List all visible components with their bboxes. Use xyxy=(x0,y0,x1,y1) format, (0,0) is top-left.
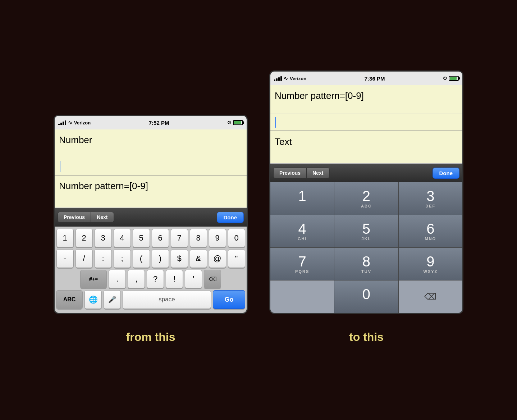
keypad-0-num: 0 xyxy=(362,287,370,301)
left-carrier: Verizon xyxy=(74,120,91,125)
keypad-3[interactable]: 3 DEF xyxy=(399,182,462,215)
key-dollar[interactable]: $ xyxy=(171,249,188,268)
keyboard-row-3: #+= . , ? ! ' ⌫ xyxy=(56,270,245,288)
right-input-bottom[interactable]: Text xyxy=(270,131,462,164)
right-next-button[interactable]: Next xyxy=(307,168,329,178)
caption-row: from this to this xyxy=(0,325,517,350)
key-at[interactable]: @ xyxy=(209,249,226,268)
keypad-delete[interactable]: ⌫ xyxy=(399,280,462,313)
left-status-bar: ∿ Verizon 7:52 PM ⏲ xyxy=(55,116,247,129)
left-phone-container: ∿ Verizon 7:52 PM ⏲ Number xyxy=(54,115,248,314)
left-status-right: ⏲ xyxy=(227,120,243,125)
keypad-7-letters: PQRS xyxy=(295,269,309,274)
key-dash[interactable]: - xyxy=(56,249,74,268)
key-space[interactable]: space xyxy=(123,290,211,309)
right-input-top[interactable]: Number pattern=[0-9] xyxy=(270,85,462,114)
left-toolbar-nav: Previous Next xyxy=(58,212,114,223)
key-7[interactable]: 7 xyxy=(171,229,188,247)
alarm-icon: ⏲ xyxy=(227,120,232,125)
left-done-button[interactable]: Done xyxy=(217,212,244,223)
keypad-grid: 1 2 ABC 3 DEF 4 GHI xyxy=(270,182,462,313)
keypad-6-num: 6 xyxy=(426,222,434,236)
key-5[interactable]: 5 xyxy=(133,229,150,247)
key-colon[interactable]: : xyxy=(95,249,112,268)
key-apostrophe[interactable]: ' xyxy=(185,270,202,288)
keypad-8[interactable]: 8 TUV xyxy=(334,248,398,280)
right-cursor xyxy=(275,117,276,128)
key-exclaim[interactable]: ! xyxy=(166,270,183,288)
left-time: 7:52 PM xyxy=(149,120,169,126)
key-rparen[interactable]: ) xyxy=(152,249,169,268)
key-3[interactable]: 3 xyxy=(95,229,112,247)
keyboard-row-1: 1 2 3 4 5 6 7 8 9 0 xyxy=(56,229,245,247)
keypad-2-num: 2 xyxy=(362,189,370,203)
right-done-button[interactable]: Done xyxy=(433,168,460,179)
right-caption: to this xyxy=(269,325,463,350)
key-mic[interactable]: 🎤 xyxy=(104,290,121,309)
key-slash[interactable]: / xyxy=(76,249,93,268)
keypad-5-num: 5 xyxy=(362,222,370,236)
right-alarm-icon: ⏲ xyxy=(443,76,447,81)
keypad-5-letters: JKL xyxy=(362,237,371,241)
keypad-1-num: 1 xyxy=(298,189,306,203)
key-8[interactable]: 8 xyxy=(190,229,207,247)
keypad-1[interactable]: 1 xyxy=(270,182,334,215)
keypad-5[interactable]: 5 JKL xyxy=(334,215,398,247)
key-0[interactable]: 0 xyxy=(228,229,245,247)
right-keypad: 1 2 ABC 3 DEF 4 GHI xyxy=(270,182,462,313)
keypad-4-letters: GHI xyxy=(298,237,307,241)
keypad-7[interactable]: 7 PQRS xyxy=(270,248,334,280)
key-lparen[interactable]: ( xyxy=(133,249,150,268)
key-period[interactable]: . xyxy=(109,270,126,288)
right-prev-button[interactable]: Previous xyxy=(274,168,307,178)
keypad-empty xyxy=(270,280,334,313)
key-question[interactable]: ? xyxy=(147,270,164,288)
keypad-4[interactable]: 4 GHI xyxy=(270,215,334,247)
key-1[interactable]: 1 xyxy=(56,229,74,247)
left-phone: ∿ Verizon 7:52 PM ⏲ Number xyxy=(54,115,248,314)
left-input-bottom[interactable]: Number pattern=[0-9] xyxy=(55,175,247,208)
key-backspace[interactable]: ⌫ xyxy=(204,270,221,288)
right-signal-bars-icon xyxy=(274,76,282,81)
right-battery-icon xyxy=(449,76,459,81)
right-toolbar-nav: Previous Next xyxy=(273,168,330,178)
key-globe[interactable]: 🌐 xyxy=(84,290,102,309)
key-9[interactable]: 9 xyxy=(209,229,226,247)
key-comma[interactable]: , xyxy=(128,270,145,288)
keypad-0-letters xyxy=(365,302,367,306)
keypad-9[interactable]: 9 WXYZ xyxy=(399,248,462,280)
right-input-bottom-label: Text xyxy=(275,136,292,147)
keypad-6[interactable]: 6 MNO xyxy=(399,215,462,247)
key-amp[interactable]: & xyxy=(190,249,207,268)
right-input-top-label: Number pattern=[0-9] xyxy=(275,90,364,101)
right-cursor-row xyxy=(270,114,462,131)
key-abc[interactable]: ABC xyxy=(56,290,83,309)
key-semicolon[interactable]: ; xyxy=(114,249,131,268)
keypad-9-letters: WXYZ xyxy=(423,269,438,274)
left-input-bottom-label: Number pattern=[0-9] xyxy=(59,181,148,191)
delete-icon: ⌫ xyxy=(424,292,436,302)
keypad-0[interactable]: 0 xyxy=(334,280,398,313)
wifi-icon: ∿ xyxy=(68,120,72,125)
key-4[interactable]: 4 xyxy=(114,229,131,247)
left-keyboard: 1 2 3 4 5 6 7 8 9 0 - / : ; ( xyxy=(55,227,247,313)
left-input-top[interactable]: Number xyxy=(55,129,247,158)
keypad-9-num: 9 xyxy=(426,254,434,269)
left-prev-button[interactable]: Previous xyxy=(58,212,91,222)
keypad-1-letters xyxy=(301,204,303,208)
key-go[interactable]: Go xyxy=(213,290,245,309)
keypad-2-letters: ABC xyxy=(361,204,372,208)
key-pluseq[interactable]: #+= xyxy=(80,270,107,288)
left-cursor xyxy=(60,161,60,172)
left-next-button[interactable]: Next xyxy=(91,212,113,222)
key-2[interactable]: 2 xyxy=(76,229,93,247)
right-status-right: ⏲ xyxy=(443,76,459,81)
signal-bars-icon xyxy=(58,120,66,125)
keypad-3-num: 3 xyxy=(426,189,434,203)
keypad-2[interactable]: 2 ABC xyxy=(334,182,398,215)
keypad-3-letters: DEF xyxy=(425,204,435,208)
key-quote[interactable]: " xyxy=(228,249,245,268)
right-keyboard-toolbar: Previous Next Done xyxy=(270,164,462,182)
key-6[interactable]: 6 xyxy=(152,229,169,247)
left-caption: from this xyxy=(54,325,248,350)
